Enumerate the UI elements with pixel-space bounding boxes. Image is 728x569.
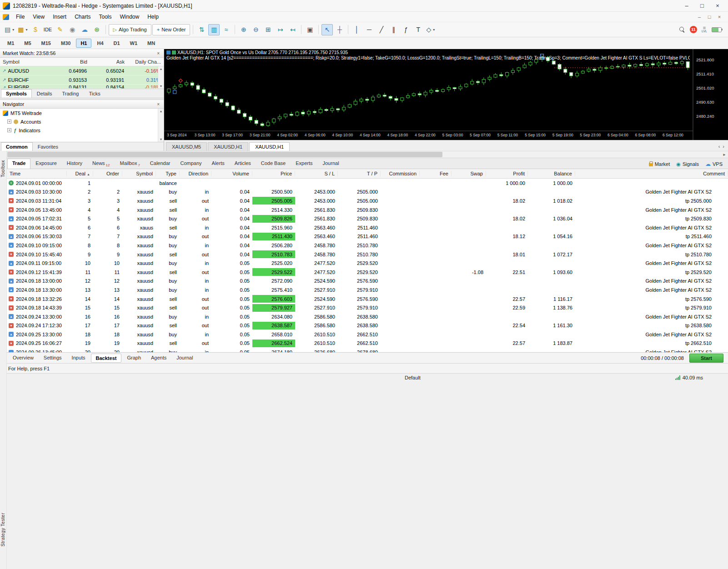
tester-tab-overview[interactable]: Overview bbox=[8, 354, 38, 363]
column-header-s-l[interactable]: S / L bbox=[295, 171, 338, 176]
toolbox-tab-articles[interactable]: Articles bbox=[230, 159, 256, 169]
menu-file[interactable]: File bbox=[12, 13, 29, 21]
tile-windows-icon[interactable]: ⊞ bbox=[262, 24, 274, 35]
menu-insert[interactable]: Insert bbox=[49, 13, 70, 21]
timeframe-m1[interactable]: M1 bbox=[3, 39, 19, 48]
navigator-item-mt5-weltrade[interactable]: MT5 Weltrade bbox=[0, 109, 164, 117]
table-row-deal-5[interactable]: ▲2024.09.05 17:02:3155xauusdbuyout0.0425… bbox=[7, 214, 728, 223]
quotes-icon[interactable]: $ bbox=[30, 24, 41, 35]
toolbox-tab-exposure[interactable]: Exposure bbox=[30, 159, 61, 169]
metaeditor-icon[interactable]: ✎ bbox=[55, 24, 66, 35]
column-header-swap[interactable]: Swap bbox=[452, 171, 486, 176]
timeframe-m5[interactable]: M5 bbox=[20, 39, 35, 48]
timeframe-w1[interactable]: W1 bbox=[126, 39, 142, 48]
scroll-up-icon[interactable]: ▲ bbox=[160, 67, 163, 70]
tester-tab-settings[interactable]: Settings bbox=[39, 354, 66, 363]
search-icon[interactable] bbox=[679, 27, 685, 33]
cursor-icon[interactable]: ↖ bbox=[321, 24, 333, 35]
chart-tab-0-xauusd-m5[interactable]: XAUUSD,M5 bbox=[166, 142, 207, 151]
navigator-item-accounts[interactable]: +Accounts bbox=[0, 117, 164, 126]
mdi-close-button[interactable]: × bbox=[715, 13, 723, 20]
table-row-deal-1[interactable]: +2024.09.01 00:00:001balance1 000.001 00… bbox=[7, 179, 728, 188]
table-row-deal-6[interactable]: ▼2024.09.06 14:45:0066xauussellin0.04251… bbox=[7, 223, 728, 232]
scroll-up-icon[interactable]: ▲ bbox=[160, 110, 163, 113]
table-row-deal-11[interactable]: ▼2024.09.12 15:41:391111xauusdsellout0.0… bbox=[7, 268, 728, 277]
table-row-deal-3[interactable]: ▼2024.09.03 11:31:0433xauusdsellout0.042… bbox=[7, 196, 728, 205]
column-header-direction[interactable]: Direction bbox=[180, 171, 211, 176]
maximize-button[interactable]: □ bbox=[694, 1, 710, 11]
mw-tab-details[interactable]: Details bbox=[32, 89, 57, 98]
notifications-badge[interactable]: 11 bbox=[690, 26, 697, 33]
column-header-symbol[interactable]: Symbol bbox=[122, 171, 156, 176]
timeframe-h1[interactable]: H1 bbox=[76, 39, 91, 48]
toolbox-tab-calendar[interactable]: Calendar bbox=[145, 159, 176, 169]
hline-tool-icon[interactable]: ─ bbox=[363, 24, 375, 35]
menu-window[interactable]: Window bbox=[116, 13, 144, 21]
navigator-scrollbar[interactable]: ▲ ▼ bbox=[158, 109, 164, 142]
toolbox-tab-mailbox[interactable]: Mailbox7 bbox=[115, 159, 145, 169]
tester-tab-journal[interactable]: Journal bbox=[172, 354, 197, 363]
column-header-comment[interactable]: Comment bbox=[575, 171, 728, 176]
column-header-balance[interactable]: Balance bbox=[528, 171, 575, 176]
scrollbar-thumb[interactable] bbox=[7, 152, 442, 157]
table-row-deal-2[interactable]: ▲2024.09.03 10:30:0022xauusdbuyin0.04250… bbox=[7, 188, 728, 197]
vline-tool-icon[interactable]: │ bbox=[351, 24, 362, 35]
expand-icon[interactable]: + bbox=[7, 128, 11, 132]
tester-tab-agents[interactable]: Agents bbox=[146, 354, 171, 363]
mw-tab-symbols[interactable]: Symbols bbox=[1, 89, 32, 98]
table-row-deal-8[interactable]: ▲2024.09.10 09:15:0088xauusdbuyin0.04250… bbox=[7, 241, 728, 250]
levels-icon[interactable]: ≡ LVL bbox=[702, 26, 707, 33]
column-header-deal[interactable]: Deal▲ bbox=[67, 171, 93, 176]
table-row-deal-19[interactable]: ▼2024.09.25 16:06:271919xauusdsellout0.0… bbox=[7, 339, 728, 348]
timeframe-m15[interactable]: M15 bbox=[37, 39, 55, 48]
table-row-deal-9[interactable]: ▼2024.09.10 15:45:4099xauusdsellout0.042… bbox=[7, 250, 728, 259]
toolbox-tab-journal[interactable]: Journal bbox=[318, 159, 344, 169]
table-row-deal-13[interactable]: ▲2024.09.18 13:30:001313xauusdbuyin0.052… bbox=[7, 285, 728, 294]
column-header-price[interactable]: Price bbox=[252, 171, 295, 176]
nav-tab-favorites[interactable]: Favorites bbox=[33, 142, 63, 151]
tab-next-icon[interactable]: › bbox=[723, 144, 724, 149]
new-chart-dropdown[interactable]: ▤▾ bbox=[3, 24, 15, 35]
screenshot-icon[interactable]: ▣ bbox=[304, 24, 316, 35]
bars-mode-icon[interactable]: ⇅ bbox=[196, 24, 207, 35]
shapes-dropdown[interactable]: ◇▾ bbox=[425, 24, 436, 35]
crosshair-icon[interactable]: ┼ bbox=[334, 24, 345, 35]
strategy-tester-side-label[interactable]: Strategy Tester bbox=[0, 513, 5, 547]
table-row-deal-16[interactable]: ▲2024.09.24 13:30:001616xauusdbuyin0.052… bbox=[7, 312, 728, 321]
mw-tab-ticks[interactable]: Ticks bbox=[84, 89, 105, 98]
toolbox-tab-alerts[interactable]: Alerts bbox=[207, 159, 230, 169]
zoom-out-icon[interactable]: ⊖ bbox=[250, 24, 261, 35]
tab-prev-icon[interactable]: ‹ bbox=[718, 144, 720, 149]
navigator-item-indicators[interactable]: +ƒIndicators bbox=[0, 126, 164, 135]
navigator-close-icon[interactable]: × bbox=[156, 102, 161, 107]
market-watch-row[interactable]: ↗EURGBP0.841310.84154-0.18% bbox=[0, 85, 164, 89]
column-header-fee[interactable]: Fee bbox=[420, 171, 452, 176]
market-watch-row[interactable]: ↗EURCHF0.931530.931910.31% bbox=[0, 75, 164, 85]
ide-button[interactable]: IDE bbox=[42, 24, 54, 35]
toolbox-side-label[interactable]: Toolbox bbox=[0, 160, 5, 177]
timeframe-d1[interactable]: D1 bbox=[109, 39, 125, 48]
toolbox-tab-company[interactable]: Company bbox=[176, 159, 207, 169]
algo-trading-button[interactable]: ▷Algo Trading bbox=[109, 24, 151, 35]
chart-horizontal-scrollbar[interactable]: ◄ ► bbox=[0, 151, 728, 158]
indicator-shift-left-icon[interactable]: ↤ bbox=[287, 24, 298, 35]
tester-tab-graph[interactable]: Graph bbox=[122, 354, 146, 363]
trendline-tool-icon[interactable]: ╱ bbox=[376, 24, 387, 35]
scroll-right-icon[interactable]: ► bbox=[721, 151, 728, 158]
column-header-time[interactable]: Time bbox=[7, 171, 67, 176]
timeframe-m30[interactable]: M30 bbox=[56, 39, 75, 48]
toolbox-tab-code-base[interactable]: Code Base bbox=[256, 159, 291, 169]
menu-help[interactable]: Help bbox=[143, 13, 163, 21]
timeframe-mn[interactable]: MN bbox=[143, 39, 160, 48]
expand-icon[interactable]: + bbox=[7, 120, 11, 124]
profile-selector[interactable]: Default bbox=[405, 375, 421, 380]
indicator-shift-right-icon[interactable]: ↦ bbox=[275, 24, 286, 35]
table-row-deal-18[interactable]: ▲2024.09.25 13:30:001818xauusdbuyin0.052… bbox=[7, 330, 728, 339]
menu-charts[interactable]: Charts bbox=[70, 13, 95, 21]
cloud-icon[interactable]: ☁ bbox=[79, 24, 90, 35]
column-header-order[interactable]: Order bbox=[93, 171, 122, 176]
table-row-deal-10[interactable]: ▲2024.09.11 09:15:001010xauusdbuyin0.052… bbox=[7, 259, 728, 268]
community-icon[interactable]: ⊛ bbox=[91, 24, 103, 35]
channel-tool-icon[interactable]: ∥ bbox=[388, 24, 399, 35]
column-header-t-p[interactable]: T / P bbox=[338, 171, 381, 176]
